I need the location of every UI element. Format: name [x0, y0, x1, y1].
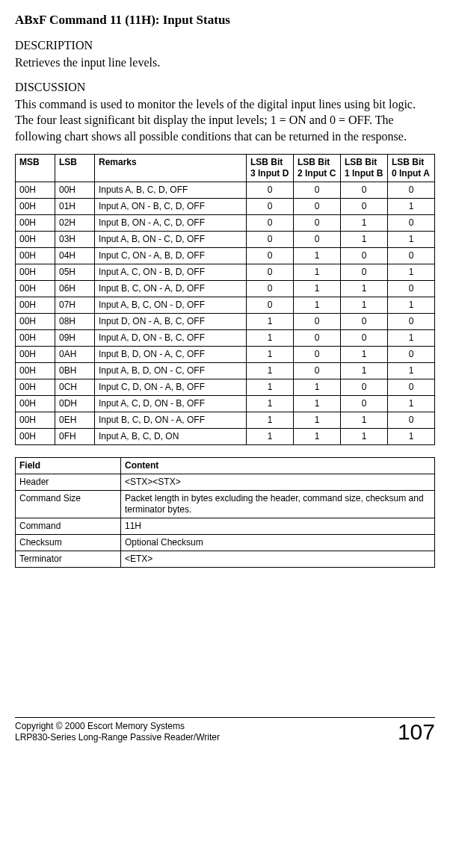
cell-lsb: 0EH: [55, 412, 95, 428]
packet-table: Field Content Header<STX><STX>Command Si…: [15, 457, 435, 568]
cell-bit0: 1: [388, 264, 435, 280]
bits-table: MSB LSB Remarks LSB Bit 3 Input D LSB Bi…: [15, 154, 435, 445]
table-row: Header<STX><STX>: [16, 474, 435, 490]
cell-msb: 00H: [16, 182, 55, 198]
cell-remarks: Input D, ON - A, B, C, OFF: [95, 313, 247, 329]
cell-field: Terminator: [16, 551, 121, 567]
table-row: 00H06HInput B, C, ON - A, D, OFF0110: [16, 280, 435, 297]
cell-msb: 00H: [16, 395, 55, 412]
cell-bit3: 1: [247, 395, 294, 412]
cell-bit0: 0: [388, 214, 435, 231]
table-row: 00H0BHInput A, B, D, ON - C, OFF1011: [16, 362, 435, 379]
cell-bit2: 0: [294, 346, 341, 362]
discussion-heading: DISCUSSION: [15, 80, 435, 95]
footer-copyright: Copyright © 2000 Escort Memory Systems: [15, 721, 220, 732]
cell-bit2: 0: [294, 182, 341, 198]
cell-lsb: 04H: [55, 247, 95, 264]
cell-bit1: 1: [341, 280, 388, 297]
table-row: Command SizePacket length in bytes exclu…: [16, 490, 435, 518]
cell-bit0: 0: [388, 182, 435, 198]
page-number: 107: [398, 721, 435, 743]
cell-bit0: 0: [388, 313, 435, 329]
table-row: 00H08HInput D, ON - A, B, C, OFF1000: [16, 313, 435, 329]
cell-bit0: 1: [388, 231, 435, 247]
cell-lsb: 07H: [55, 297, 95, 313]
cell-bit2: 0: [294, 214, 341, 231]
cell-msb: 00H: [16, 379, 55, 395]
cell-bit0: 1: [388, 428, 435, 444]
cell-lsb: 01H: [55, 198, 95, 214]
cell-lsb: 0BH: [55, 362, 95, 379]
cell-bit2: 1: [294, 280, 341, 297]
cell-bit3: 0: [247, 280, 294, 297]
cell-remarks: Input B, C, D, ON - A, OFF: [95, 412, 247, 428]
table-row: 00H00HInputs A, B, C, D, OFF0000: [16, 182, 435, 198]
cell-field: Command: [16, 518, 121, 534]
cell-msb: 00H: [16, 264, 55, 280]
cell-field: Checksum: [16, 534, 121, 551]
col-lsb: LSB: [55, 154, 95, 182]
cell-bit3: 0: [247, 182, 294, 198]
cell-msb: 00H: [16, 198, 55, 214]
cell-bit0: 0: [388, 412, 435, 428]
cell-bit2: 0: [294, 313, 341, 329]
cell-msb: 00H: [16, 280, 55, 297]
cell-bit1: 0: [341, 198, 388, 214]
discussion-body: This command is used to monitor the leve…: [15, 96, 435, 145]
cell-lsb: 03H: [55, 231, 95, 247]
cell-content: Packet length in bytes excluding the hea…: [121, 490, 435, 518]
cell-bit1: 1: [341, 428, 388, 444]
cell-content: <STX><STX>: [121, 474, 435, 490]
cell-remarks: Input B, C, ON - A, D, OFF: [95, 280, 247, 297]
cell-bit0: 0: [388, 247, 435, 264]
cell-remarks: Input A, ON - B, C, D, OFF: [95, 198, 247, 214]
cell-remarks: Input A, B, ON - C, D, OFF: [95, 231, 247, 247]
cell-bit3: 1: [247, 346, 294, 362]
cell-bit2: 0: [294, 362, 341, 379]
table-row: 00H04HInput C, ON - A, B, D, OFF0100: [16, 247, 435, 264]
cell-bit3: 0: [247, 214, 294, 231]
cell-bit1: 1: [341, 412, 388, 428]
cell-bit3: 1: [247, 428, 294, 444]
col-bit0: LSB Bit 0 Input A: [388, 154, 435, 182]
description-heading: DESCRIPTION: [15, 38, 435, 53]
cell-remarks: Input A, B, C, D, ON: [95, 428, 247, 444]
cell-remarks: Input A, C, D, ON - B, OFF: [95, 395, 247, 412]
cell-bit0: 1: [388, 198, 435, 214]
table-row: 00H09HInput A, D, ON - B, C, OFF1001: [16, 329, 435, 346]
cell-msb: 00H: [16, 247, 55, 264]
cell-bit1: 0: [341, 182, 388, 198]
table-row: 00H03HInput A, B, ON - C, D, OFF0011: [16, 231, 435, 247]
cell-remarks: Input A, D, ON - B, C, OFF: [95, 329, 247, 346]
cell-bit3: 0: [247, 231, 294, 247]
cell-bit0: 1: [388, 395, 435, 412]
cell-bit1: 0: [341, 329, 388, 346]
cell-bit0: 1: [388, 362, 435, 379]
cell-bit1: 1: [341, 346, 388, 362]
table-row: 00H0AHInput B, D, ON - A, C, OFF1010: [16, 346, 435, 362]
cell-bit0: 0: [388, 346, 435, 362]
cell-bit0: 0: [388, 379, 435, 395]
cell-msb: 00H: [16, 346, 55, 362]
cell-msb: 00H: [16, 313, 55, 329]
cell-remarks: Input C, ON - A, B, D, OFF: [95, 247, 247, 264]
col-msb: MSB: [16, 154, 55, 182]
table-row: 00H05HInput A, C, ON - B, D, OFF0101: [16, 264, 435, 280]
table-row: ChecksumOptional Checksum: [16, 534, 435, 551]
cell-content: Optional Checksum: [121, 534, 435, 551]
cell-bit2: 1: [294, 428, 341, 444]
cell-bit3: 1: [247, 313, 294, 329]
table-row: 00H01HInput A, ON - B, C, D, OFF0001: [16, 198, 435, 214]
cell-bit1: 1: [341, 297, 388, 313]
cell-bit1: 1: [341, 362, 388, 379]
cell-lsb: 02H: [55, 214, 95, 231]
cell-remarks: Input C, D, ON - A, B, OFF: [95, 379, 247, 395]
page-title: ABxF Command 11 (11H): Input Status: [15, 12, 435, 28]
cell-remarks: Input A, B, D, ON - C, OFF: [95, 362, 247, 379]
cell-bit3: 0: [247, 198, 294, 214]
cell-bit1: 0: [341, 247, 388, 264]
cell-field: Command Size: [16, 490, 121, 518]
cell-msb: 00H: [16, 362, 55, 379]
cell-bit3: 1: [247, 362, 294, 379]
cell-remarks: Input A, B, C, ON - D, OFF: [95, 297, 247, 313]
